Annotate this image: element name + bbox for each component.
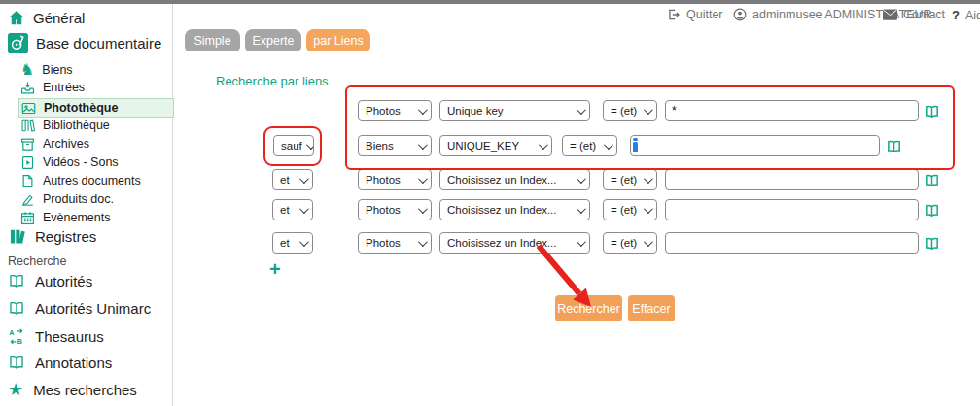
sidebar-item-phototheque[interactable]: Photothèque [18,98,174,118]
sidebar-item-registres[interactable]: Registres [8,226,96,246]
sidebar-item-archives[interactable]: Archives [20,135,89,152]
sidebar-item-label: Bibliothèque [43,118,110,132]
sidebar-item-label: Registres [35,228,96,245]
sidebar-item-thesaurus[interactable]: AB Thesaurus [8,328,104,345]
source-select[interactable]: Photos [358,199,432,220]
lexicon-book-icon[interactable] [924,173,940,188]
sidebar-item-evenements[interactable]: Evènements [20,209,110,226]
tab-par-liens[interactable]: par Liens [306,29,370,51]
operator-select[interactable]: = (et) [603,169,657,190]
lexicon-book-icon[interactable] [924,104,940,119]
sidebar-item-label: Evènements [43,211,110,224]
chevron-down-icon [418,174,428,184]
lexicon-book-icon[interactable] [924,203,940,219]
index-select[interactable]: UNIQUE_KEY [439,135,552,156]
criteria-value-input[interactable] [665,199,919,220]
chevron-down-icon [418,237,428,247]
source-select[interactable]: Photos [358,232,432,254]
knight-icon: ♞ [20,62,34,78]
sidebar-item-label: Entrées [43,81,85,94]
chevron-down-icon [418,204,428,214]
index-select[interactable]: Choisissez un Index... [439,199,590,220]
open-book-icon [8,300,25,317]
sidebar-item-label: Autorités [35,273,92,289]
sidebar-item-general[interactable]: Général [8,9,85,26]
chevron-down-icon [644,237,653,247]
tab-simple[interactable]: Simple [185,29,240,51]
sidebar-item-autorites-unimarc[interactable]: Autorités Unimarc [8,300,151,317]
open-book-icon [8,273,25,289]
lexicon-book-icon[interactable] [886,139,902,154]
tab-experte[interactable]: Experte [245,29,301,51]
operator-select[interactable]: = (et) [562,135,617,156]
chevron-down-icon [604,140,613,150]
sidebar-item-produits-doc[interactable]: Produits doc. [20,190,114,208]
source-select[interactable]: Photos [358,169,432,190]
sidebar-item-label: Autorités Unimarc [35,300,151,317]
lexicon-book-icon[interactable] [924,236,940,252]
app-window: Général Base documentaire ♞ Biens Entrée… [0,0,980,406]
chevron-down-icon [577,237,586,247]
sidebar-item-videos-sons[interactable]: Vidéos - Sons [20,153,119,171]
search-button[interactable]: Rechercher [555,295,622,321]
chevron-down-icon [644,204,653,214]
connector-select[interactable]: et [272,199,313,220]
chevron-down-icon [418,105,428,115]
chevron-down-icon [577,174,586,184]
chevron-down-icon [644,105,653,115]
sidebar-item-entrees[interactable]: Entrées [20,79,85,96]
books-icon [8,226,27,246]
operator-select[interactable]: = (et) [603,232,657,254]
criteria-value-input[interactable] [665,232,919,254]
sidebar-item-label: Produits doc. [43,192,114,206]
sidebar-item-bibliotheque[interactable]: Bibliothèque [20,117,110,134]
clear-button[interactable]: Effacer [628,295,675,321]
criteria-value-input[interactable] [665,169,919,190]
logout-icon [667,8,681,21]
sidebar-item-label: Annotations [35,355,112,371]
chevron-down-icon [577,105,586,115]
user-icon [733,8,747,21]
source-select[interactable]: Photos [358,100,432,121]
sidebar-item-autres-documents[interactable]: Autres documents [20,172,141,189]
sidebar-item-mes-recherches[interactable]: ★ Mes recherches [8,381,137,398]
add-row-button[interactable]: + [269,258,281,281]
connector-select[interactable]: sauf [273,135,314,156]
page-title: Recherche par liens [216,74,329,88]
index-select[interactable]: Choisissez un Index... [439,169,590,190]
sidebar-item-autorites[interactable]: Autorités [8,273,92,289]
sidebar-item-label: Général [33,10,85,26]
open-book-icon [8,355,25,371]
inbox-icon [20,81,35,95]
translate-icon: AB [8,328,25,345]
sidebar-section-recherche: Recherche [8,254,66,268]
criteria-value-input[interactable] [630,135,880,156]
photo-icon [21,101,36,116]
connector-select[interactable]: et [272,169,313,190]
pen-icon [20,192,35,207]
operator-select[interactable]: = (et) [603,199,657,220]
svg-text:B: B [18,338,22,345]
chevron-down-icon [299,237,309,247]
index-select[interactable]: Choisissez un Index... [439,232,590,254]
sidebar-item-label: Base documentaire [36,35,161,51]
help-link[interactable]: ? Aide [952,8,980,22]
sidebar-item-label: Biens [42,63,72,77]
sidebar-item-label: Vidéos - Sons [43,155,119,169]
home-icon [8,9,25,26]
sidebar-item-biens[interactable]: ♞ Biens [20,61,73,79]
sidebar-item-label: Archives [43,137,89,151]
source-select[interactable]: Biens [358,135,432,156]
criteria-value-input[interactable] [665,100,919,121]
star-icon: ★ [8,381,23,398]
annotation-rect-rows [345,85,955,170]
operator-select[interactable]: = (et) [603,100,657,121]
contact-link[interactable]: Contact [883,8,945,21]
svg-text:A: A [9,329,14,337]
sidebar-item-base-documentaire[interactable]: Base documentaire [8,33,161,53]
connector-select[interactable]: et [272,232,313,254]
chevron-down-icon [577,204,586,214]
sidebar-item-annotations[interactable]: Annotations [8,355,112,371]
logout-link[interactable]: Quitter [667,8,723,21]
index-select[interactable]: Unique key [439,100,590,121]
